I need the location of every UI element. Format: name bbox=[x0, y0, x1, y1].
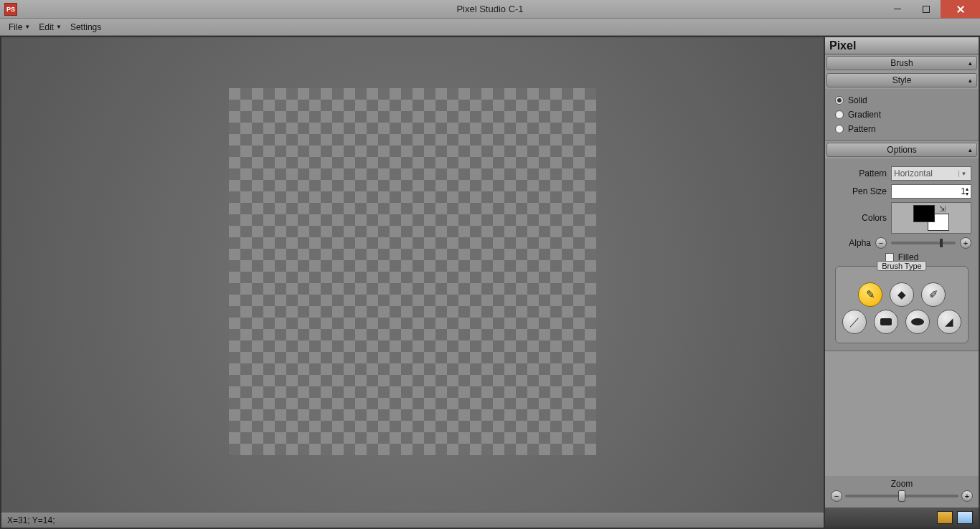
pattern-select[interactable]: Horizontal▼ bbox=[891, 166, 971, 181]
rectangle-icon bbox=[880, 318, 892, 325]
zoom-out-button[interactable]: − bbox=[831, 490, 842, 502]
style-header-label: Style bbox=[892, 75, 912, 85]
foreground-swatch[interactable] bbox=[913, 205, 935, 222]
line-icon: ／ bbox=[849, 315, 860, 329]
rectangle-tool[interactable] bbox=[874, 310, 898, 334]
alpha-slider[interactable] bbox=[891, 242, 956, 244]
bucket-icon: ◢ bbox=[945, 315, 953, 328]
brush-section-header[interactable]: Brush ▴ bbox=[826, 56, 977, 70]
footer-tab-brush[interactable] bbox=[937, 511, 953, 524]
pensize-label: Pen Size bbox=[852, 186, 887, 196]
footer-tab-layers[interactable] bbox=[957, 511, 973, 524]
radio-gradient-label: Gradient bbox=[848, 110, 881, 120]
close-button[interactable] bbox=[941, 0, 980, 18]
eraser-tool[interactable]: ◆ bbox=[890, 282, 914, 307]
minimize-icon bbox=[894, 9, 901, 9]
collapse-icon: ▴ bbox=[969, 59, 972, 67]
zoom-slider[interactable] bbox=[845, 495, 958, 497]
menu-settings[interactable]: Settings bbox=[66, 21, 105, 34]
pencil-icon: ✎ bbox=[866, 288, 875, 301]
collapse-icon: ▴ bbox=[969, 146, 972, 153]
options-header-label: Options bbox=[887, 145, 916, 155]
radio-pattern-label: Pattern bbox=[848, 124, 876, 134]
zoom-label: Zoom bbox=[831, 479, 973, 489]
eyedropper-icon: ✐ bbox=[929, 288, 938, 301]
app-icon: PS bbox=[4, 3, 17, 16]
ellipse-tool[interactable] bbox=[905, 310, 930, 334]
colors-label: Colors bbox=[862, 213, 887, 223]
stepper-icon: ▴▾ bbox=[966, 186, 969, 196]
fill-tool[interactable]: ◢ bbox=[937, 310, 961, 334]
brush-type-legend: Brush Type bbox=[877, 261, 926, 271]
radio-icon bbox=[835, 96, 844, 105]
pattern-label: Pattern bbox=[859, 168, 887, 178]
chevron-down-icon: ▼ bbox=[24, 24, 30, 30]
maximize-button[interactable] bbox=[912, 0, 941, 18]
style-section-header[interactable]: Style ▴ bbox=[826, 73, 977, 87]
brush-type-group: Brush Type ✎ ◆ ✐ ／ ◢ bbox=[835, 266, 969, 343]
radio-pattern[interactable]: Pattern bbox=[832, 122, 971, 136]
eraser-icon: ◆ bbox=[897, 288, 906, 301]
line-tool[interactable]: ／ bbox=[842, 310, 867, 334]
title-bar: PS Pixel Studio C-1 bbox=[0, 0, 980, 19]
menu-edit[interactable]: Edit▼ bbox=[34, 21, 66, 34]
pensize-value: 1 bbox=[961, 186, 966, 196]
brush-header-label: Brush bbox=[890, 58, 913, 68]
menu-bar: File▼ Edit▼ Settings bbox=[0, 19, 980, 36]
alpha-decrease-button[interactable]: − bbox=[875, 237, 887, 249]
eyedropper-tool[interactable]: ✐ bbox=[921, 282, 946, 307]
minimize-button[interactable] bbox=[883, 0, 912, 18]
slider-thumb[interactable] bbox=[898, 490, 905, 502]
zoom-in-button[interactable]: + bbox=[961, 490, 973, 502]
radio-gradient[interactable]: Gradient bbox=[832, 108, 971, 122]
status-bar: X=31; Y=14; bbox=[1, 512, 824, 528]
pensize-stepper[interactable]: 1▴▾ bbox=[891, 184, 971, 199]
side-panel: Pixel Brush ▴ Style ▴ Solid Gradient Pat… bbox=[824, 36, 980, 529]
collapse-icon: ▴ bbox=[969, 77, 972, 84]
radio-icon bbox=[835, 125, 844, 133]
zoom-section: Zoom − + bbox=[825, 476, 979, 507]
alpha-increase-button[interactable]: + bbox=[960, 237, 971, 249]
radio-solid-label: Solid bbox=[848, 95, 867, 105]
alpha-label: Alpha bbox=[832, 238, 871, 248]
slider-thumb[interactable] bbox=[940, 239, 943, 247]
options-section-header[interactable]: Options ▴ bbox=[826, 143, 977, 157]
swap-icon: ⇲ bbox=[939, 204, 946, 214]
menu-settings-label: Settings bbox=[70, 22, 101, 32]
window-title: Pixel Studio C-1 bbox=[456, 4, 523, 14]
maximize-icon bbox=[923, 6, 930, 13]
style-section-body: Solid Gradient Pattern bbox=[825, 89, 979, 141]
chevron-down-icon: ▼ bbox=[56, 24, 62, 30]
canvas-area: X=31; Y=14; bbox=[0, 36, 824, 529]
menu-file-label: File bbox=[9, 22, 22, 32]
pattern-select-value: Horizontal bbox=[894, 168, 933, 178]
menu-file[interactable]: File▼ bbox=[4, 21, 34, 34]
panel-title: Pixel bbox=[825, 37, 979, 54]
pencil-tool[interactable]: ✎ bbox=[858, 282, 882, 307]
options-section-body: Pattern Horizontal▼ Pen Size 1▴▾ Colors … bbox=[825, 158, 979, 351]
menu-edit-label: Edit bbox=[39, 22, 54, 32]
panel-footer bbox=[825, 507, 979, 528]
close-icon bbox=[956, 5, 965, 14]
drawing-canvas[interactable] bbox=[229, 88, 596, 455]
radio-solid[interactable]: Solid bbox=[832, 93, 971, 108]
chevron-down-icon: ▼ bbox=[958, 171, 969, 177]
radio-icon bbox=[835, 110, 844, 119]
cursor-coords: X=31; Y=14; bbox=[7, 515, 55, 525]
ellipse-icon bbox=[911, 318, 924, 325]
color-swatches[interactable]: ⇲ bbox=[891, 202, 971, 234]
